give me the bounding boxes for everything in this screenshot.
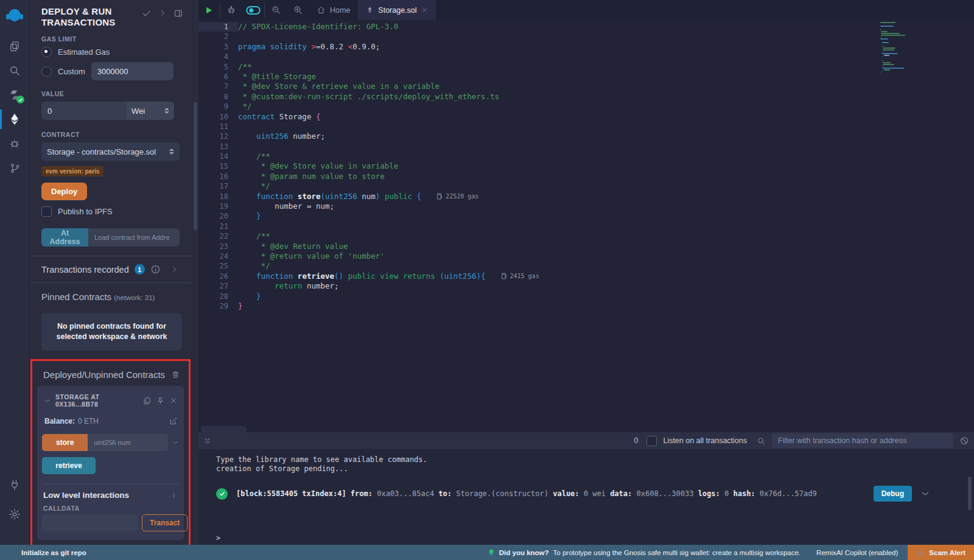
expand-args-chevron-icon[interactable]	[172, 438, 179, 447]
expand-log-chevron-icon[interactable]	[920, 489, 930, 499]
terminal-scrollbar[interactable]	[968, 477, 972, 510]
listen-all-label: Listen on all transactions	[663, 436, 747, 445]
contract-select[interactable]: Storage - contracts/Storage.sol	[41, 142, 180, 161]
info-i-icon[interactable]	[170, 491, 178, 499]
gear-icon	[9, 508, 21, 520]
run-script-button[interactable]	[198, 0, 220, 20]
sidebar-item-plugin-manager[interactable]	[0, 473, 29, 497]
transaction-filter-input[interactable]	[772, 433, 953, 448]
close-tab-icon[interactable]	[421, 7, 428, 13]
value-input[interactable]	[41, 102, 127, 120]
code-line: 12 uint256 number;	[198, 131, 974, 141]
retrieve-function-button[interactable]: retrieve	[42, 457, 96, 474]
sidebar-item-git[interactable]	[0, 156, 29, 180]
transact-button[interactable]: Transact	[142, 514, 187, 531]
copilot-toggle[interactable]	[242, 0, 264, 20]
terminal-body[interactable]: Type the library name to see available c…	[198, 449, 974, 551]
code-line: 3pragma solidity >=0.8.2 <0.9.0;	[198, 42, 974, 52]
sidebar-item-settings[interactable]	[0, 502, 29, 527]
listen-all-checkbox[interactable]	[646, 436, 657, 446]
line-number: 20	[198, 211, 238, 221]
chevron-right-icon[interactable]	[170, 265, 178, 273]
line-number: 10	[198, 112, 238, 122]
calldata-input[interactable]	[42, 514, 138, 531]
line-number: 3	[198, 42, 238, 52]
at-address-button[interactable]: At Address	[41, 228, 88, 247]
expand-icon[interactable]	[158, 9, 167, 17]
code-line: 27 return number;	[198, 281, 974, 291]
publish-ipfs-checkbox[interactable]	[41, 206, 52, 217]
gas-estimate-badge[interactable]: 2415 gas	[502, 271, 539, 281]
deploy-button[interactable]: Deploy	[41, 183, 87, 200]
deployed-unpinned-section-highlighted: Deployed/Unpinned Contracts STORAGE AT 0…	[30, 359, 191, 545]
pinned-contracts-section: Pinned Contracts (network: 31) No pinned…	[29, 283, 192, 359]
line-number: 11	[198, 122, 238, 131]
close-icon[interactable]	[169, 396, 178, 405]
warning-triangle-icon	[916, 548, 925, 557]
ai-assistant-button[interactable]	[220, 0, 242, 20]
line-number: 15	[198, 161, 238, 171]
custom-gas-input[interactable]	[91, 62, 173, 80]
git-branch-icon	[9, 163, 21, 174]
remix-logo[interactable]	[0, 0, 29, 34]
zoom-in-icon	[293, 5, 303, 15]
collapse-terminal-icon[interactable]	[203, 436, 212, 446]
home-icon	[317, 5, 326, 15]
trash-icon[interactable]	[171, 370, 180, 379]
bug-icon	[9, 138, 21, 150]
sidebar-item-deploy-and-run[interactable]	[0, 107, 29, 131]
line-number: 27	[198, 281, 238, 291]
zoom-out-button[interactable]	[265, 0, 287, 20]
terminal-line: Type the library name to see available c…	[216, 455, 974, 464]
pin-icon[interactable]	[156, 396, 165, 405]
store-arg-input[interactable]	[88, 434, 168, 451]
code-line: 28 }	[198, 292, 974, 301]
terminal-prompt[interactable]: >	[216, 534, 220, 542]
code-line: 10contract Storage {	[198, 112, 974, 122]
custom-gas-label: Custom	[58, 67, 85, 76]
line-number: 6	[198, 72, 238, 82]
git-init-button[interactable]: Initialize as git repo	[21, 549, 86, 556]
gas-estimate-badge[interactable]: 22520 gas	[437, 192, 478, 201]
copy-icon[interactable]	[142, 396, 152, 405]
tab-storage-sol[interactable]: Storage.sol	[358, 0, 435, 20]
estimated-gas-radio[interactable]	[41, 47, 52, 57]
minimap[interactable]	[880, 22, 920, 75]
code-line: 4	[198, 52, 974, 61]
transactions-recorded-row[interactable]: Transactions recorded 1	[29, 256, 192, 282]
code-line: 18 function store(uint256 num) public {2…	[198, 192, 974, 201]
deployed-unpinned-title: Deployed/Unpinned Contracts	[43, 369, 165, 380]
transaction-log-text[interactable]: [block:5583405 txIndex:4] from: 0xa03...…	[236, 489, 817, 498]
calldata-label: CALLDATA	[43, 505, 179, 512]
panel-scrollbar[interactable]	[192, 0, 198, 545]
code-line: 1// SPDX-License-Identifier: GPL-3.0	[198, 22, 974, 32]
sidebar-item-search[interactable]	[0, 58, 29, 83]
search-transactions-icon[interactable]	[757, 436, 766, 446]
edit-balance-icon[interactable]	[169, 416, 178, 425]
scam-alert-badge[interactable]: Scam Alert	[908, 545, 974, 560]
line-number: 29	[198, 301, 238, 311]
line-number: 1	[198, 22, 238, 32]
code-line: 15 * @dev Store value in variable	[198, 161, 974, 171]
code-line: 9 */	[198, 102, 974, 111]
line-number: 21	[198, 222, 238, 231]
value-unit-select[interactable]: Wei	[127, 102, 174, 120]
code-line: 21	[198, 222, 974, 231]
balance-label: Balance:	[44, 417, 75, 425]
sidebar-item-file-explorer[interactable]	[0, 34, 29, 58]
clear-console-icon[interactable]	[959, 436, 969, 446]
debug-button[interactable]: Debug	[874, 486, 912, 502]
store-function-button[interactable]: store	[42, 434, 88, 451]
lightbulb-icon	[488, 548, 495, 557]
sidebar-item-debugger[interactable]	[0, 131, 29, 156]
copilot-status[interactable]: RemixAI Copilot (enabled)	[816, 549, 898, 556]
tab-home[interactable]: Home	[309, 0, 358, 20]
custom-gas-radio[interactable]	[41, 66, 52, 77]
zoom-in-button[interactable]	[287, 0, 309, 20]
split-view-icon[interactable]	[173, 9, 183, 18]
collapse-chevron-icon[interactable]	[43, 397, 51, 405]
editor-hscrollbar[interactable]	[201, 426, 247, 432]
at-address-input[interactable]	[88, 228, 180, 247]
sidebar-item-solidity-compiler[interactable]	[0, 83, 29, 107]
code-editor[interactable]: 1// SPDX-License-Identifier: GPL-3.023pr…	[198, 20, 974, 311]
